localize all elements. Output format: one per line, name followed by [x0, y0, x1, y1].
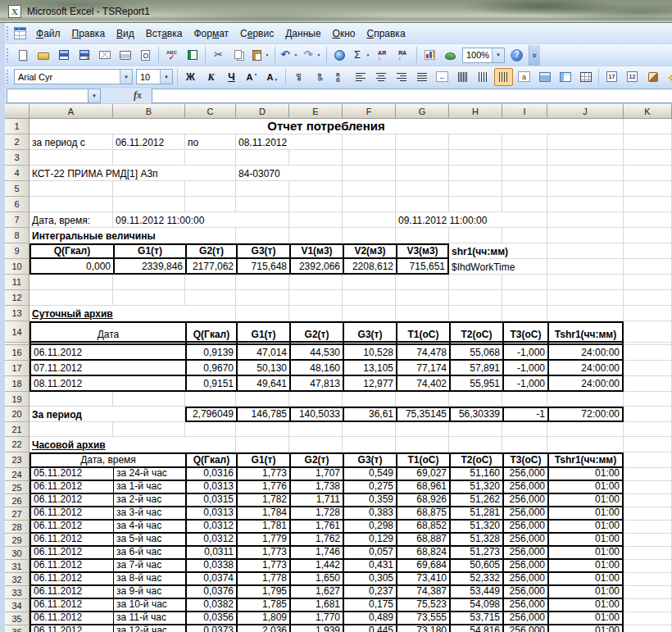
print-button[interactable]: [116, 46, 134, 64]
row-header-4[interactable]: 4: [5, 166, 30, 181]
cell-K32[interactable]: [624, 573, 672, 586]
cell-H34[interactable]: 54,098: [449, 599, 502, 612]
cell-C29[interactable]: 0,0312: [185, 534, 236, 547]
cell-F6[interactable]: [343, 197, 396, 212]
cell-E26[interactable]: 1,711: [289, 494, 343, 507]
cell-B27[interactable]: за 3-й час: [113, 507, 185, 521]
cell-K27[interactable]: [624, 507, 672, 521]
increase-font-button[interactable]: А: [243, 68, 261, 86]
cell-D22[interactable]: [236, 437, 289, 452]
cell-E14[interactable]: G2(т): [289, 321, 343, 343]
cell-A8[interactable]: Интегральные величины: [30, 228, 236, 243]
cell-C27[interactable]: 0,0313: [185, 507, 236, 521]
cell-K3[interactable]: [624, 150, 672, 166]
cell-A1[interactable]: Отчет потребления: [30, 119, 624, 134]
align-center-button[interactable]: [371, 68, 390, 86]
copy-button[interactable]: [229, 46, 248, 64]
cell-H13[interactable]: [449, 306, 502, 321]
cell-I22[interactable]: [502, 437, 547, 452]
cell-A9[interactable]: Q(Гкал): [30, 243, 113, 259]
cell-C30[interactable]: 0,0311: [185, 547, 236, 560]
row-header-13[interactable]: 13: [5, 306, 30, 321]
cell-C33[interactable]: 0,0376: [185, 586, 236, 599]
merge-cells-button[interactable]: ↔: [433, 68, 452, 86]
cell-G33[interactable]: 74,387: [396, 586, 449, 599]
cell-G16[interactable]: 74,478: [396, 345, 449, 361]
cell-C32[interactable]: 0,0374: [185, 573, 236, 586]
row-header-28[interactable]: 28: [5, 521, 30, 534]
row-header-10[interactable]: 10: [5, 259, 30, 275]
distribute-medium-button[interactable]: [474, 68, 493, 86]
cell-B36[interactable]: за 12-й час: [113, 625, 185, 632]
row-header-8[interactable]: 8: [5, 228, 30, 243]
cell-J19[interactable]: [547, 392, 624, 407]
font-size-dropdown-arrow[interactable]: [160, 70, 172, 84]
cell-I27[interactable]: 256,000: [502, 507, 547, 521]
row-header-9[interactable]: 9: [5, 243, 30, 259]
cell-J29[interactable]: 01:00: [547, 534, 624, 547]
cell-G32[interactable]: 73,410: [396, 573, 449, 586]
select-all-corner[interactable]: [5, 104, 30, 119]
cell-H10[interactable]: $IhdWorkTime: [449, 259, 547, 275]
cell-D8[interactable]: [236, 228, 289, 243]
spelling-button[interactable]: ABC: [162, 46, 181, 64]
cell-F5[interactable]: [343, 181, 396, 197]
cell-H28[interactable]: 51,320: [449, 521, 502, 534]
row-header-19[interactable]: 19: [5, 392, 30, 407]
cell-H8[interactable]: [449, 228, 502, 243]
cell-I2[interactable]: [502, 134, 547, 150]
cell-A26[interactable]: 06.11.2012: [30, 494, 113, 507]
cell-F18[interactable]: 12,977: [343, 376, 396, 392]
cell-F31[interactable]: 0,431: [343, 560, 396, 573]
cell-G2[interactable]: [396, 134, 449, 150]
cell-G8[interactable]: [396, 228, 449, 243]
standard-toolbar-grip[interactable]: [7, 48, 10, 62]
cut-button[interactable]: ✂: [209, 46, 228, 64]
cell-B19[interactable]: [113, 392, 185, 407]
row-header-24[interactable]: 24: [5, 468, 30, 481]
cell-A28[interactable]: 06.11.2012: [30, 521, 113, 534]
paste-dropdown-arrow[interactable]: [263, 46, 271, 64]
cell-F10[interactable]: 2208,612: [343, 259, 396, 275]
formatting-toolbar-grip[interactable]: [7, 70, 10, 84]
cell-E31[interactable]: 1,442: [289, 560, 343, 573]
cell-I36[interactable]: 256,000: [502, 625, 547, 632]
cell-I19[interactable]: [502, 392, 547, 407]
cell-G30[interactable]: 68,824: [396, 547, 449, 560]
align-right-button[interactable]: [392, 68, 411, 86]
cell-J25[interactable]: 01:00: [547, 481, 624, 494]
row-header-20[interactable]: 20: [5, 407, 30, 422]
cell-K28[interactable]: [624, 521, 672, 534]
distribute-selected-button[interactable]: [494, 68, 513, 86]
cell-H21[interactable]: [449, 422, 502, 437]
bold-button[interactable]: Ж: [181, 68, 200, 86]
insert-function-button[interactable]: fx: [127, 89, 148, 103]
cell-D2[interactable]: 08.11.2012: [236, 134, 343, 150]
cell-J31[interactable]: 01:00: [547, 560, 624, 573]
orient-counterclockwise-button[interactable]: аб: [289, 68, 308, 86]
cell-H14[interactable]: T2(оС): [449, 321, 502, 343]
row-header-32[interactable]: 32: [5, 573, 30, 586]
cell-C21[interactable]: [185, 422, 236, 437]
cell-E7[interactable]: [289, 212, 343, 228]
cell-A35[interactable]: 06.11.2012: [30, 612, 113, 625]
cell-D36[interactable]: 2,036: [236, 625, 289, 632]
cell-E32[interactable]: 1,650: [289, 573, 343, 586]
cell-F32[interactable]: 0,305: [343, 573, 396, 586]
cell-C34[interactable]: 0,0382: [185, 599, 236, 612]
cell-H5[interactable]: [449, 181, 502, 197]
cell-G14[interactable]: T1(оС): [396, 321, 449, 343]
cell-A2[interactable]: за период с: [30, 134, 113, 150]
cell-J10[interactable]: [547, 259, 624, 275]
cell-F16[interactable]: 10,528: [343, 345, 396, 361]
cell-A16[interactable]: 06.11.2012: [30, 345, 185, 361]
cell-D12[interactable]: [236, 290, 289, 306]
cell-I21[interactable]: [502, 422, 547, 437]
cell-J12[interactable]: [547, 290, 624, 306]
cell-I8[interactable]: [502, 228, 547, 243]
cell-C5[interactable]: [185, 181, 236, 197]
cell-C10[interactable]: 2177,062: [185, 259, 236, 275]
cell-G20[interactable]: 75,35145: [396, 407, 449, 422]
cell-F34[interactable]: 0,175: [343, 599, 396, 612]
cell-E16[interactable]: 44,530: [289, 345, 343, 361]
